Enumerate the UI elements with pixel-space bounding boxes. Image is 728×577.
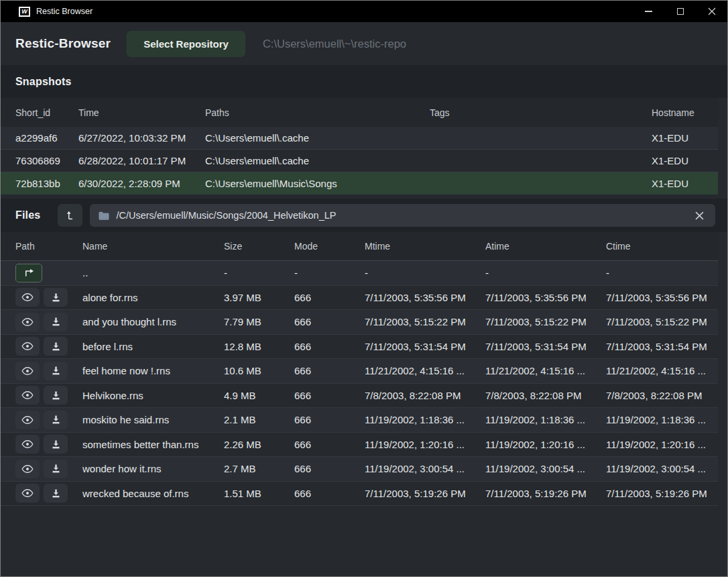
eye-icon [21, 366, 34, 376]
up-right-arrow-icon [23, 268, 34, 277]
file-mode: 666 [294, 365, 365, 376]
file-name: moskito he said.rns [82, 414, 224, 425]
file-ctime: 11/21/2002, 4:15:16 ... [606, 365, 718, 376]
current-path-input[interactable]: /C/Users/emuell/Music/Songs/2004_Helveti… [90, 204, 715, 227]
maximize-button[interactable] [664, 1, 696, 22]
file-row: moskito he said.rns 2.1 MB 666 11/19/200… [1, 408, 718, 433]
parent-dir-button[interactable] [15, 264, 42, 282]
download-icon [51, 342, 61, 352]
file-name: .. [82, 267, 224, 278]
eye-icon [21, 415, 34, 425]
download-icon [51, 464, 61, 474]
file-size: - [224, 267, 294, 278]
close-button[interactable] [696, 1, 727, 22]
file-name: wonder how it.rns [82, 463, 224, 474]
snapshots-title: Snapshots [15, 76, 72, 88]
file-name: and you thought l.rns [82, 316, 224, 327]
close-icon [708, 7, 716, 15]
file-row: wrecked because of.rns 1.51 MB 666 7/11/… [1, 482, 718, 507]
file-atime: 11/19/2002, 3:00:54 ... [485, 463, 606, 474]
file-name: wrecked because of.rns [82, 488, 224, 499]
download-file-button[interactable] [44, 435, 68, 454]
file-size: 12.8 MB [224, 341, 294, 352]
clear-path-button[interactable] [692, 208, 707, 223]
snapshot-short-id: 76306869 [15, 155, 78, 166]
parent-directory-row: .. - - - - - [1, 261, 718, 286]
column-header-paths: Paths [205, 107, 430, 118]
minimize-button[interactable] [633, 1, 664, 22]
download-file-button[interactable] [44, 288, 68, 307]
preview-file-button[interactable] [15, 337, 40, 356]
snapshot-time: 6/27/2022, 10:03:32 PM [78, 132, 205, 144]
app-header: Restic-Browser Select Repository C:\User… [1, 22, 727, 65]
file-size: 10.6 MB [224, 365, 294, 376]
preview-file-button[interactable] [15, 411, 40, 429]
column-header-path: Path [15, 241, 82, 252]
snapshot-hostname: X1-EDU [652, 155, 718, 166]
download-file-button[interactable] [44, 460, 68, 478]
file-row: and you thought l.rns 7.79 MB 666 7/11/2… [1, 310, 718, 335]
snapshot-short-id: 72b813bb [15, 178, 78, 189]
eye-icon [21, 293, 34, 302]
eye-icon [21, 488, 34, 498]
file-atime: 11/19/2002, 1:18:36 ... [485, 414, 606, 425]
snapshot-row[interactable]: 76306869 6/28/2022, 10:01:17 PM C:\Users… [1, 150, 718, 172]
file-atime: 7/11/2003, 5:31:54 PM [485, 341, 606, 352]
download-file-button[interactable] [44, 411, 68, 429]
download-file-button[interactable] [44, 313, 68, 331]
file-mode: 666 [294, 341, 365, 352]
preview-file-button[interactable] [15, 362, 40, 380]
snapshot-row[interactable]: 72b813bb 6/30/2022, 2:28:09 PM C:\Users\… [1, 172, 718, 195]
app-window: W Restic Browser Restic-Browser Select R… [0, 0, 728, 577]
level-up-button[interactable] [58, 204, 82, 227]
snapshot-row[interactable]: a2299af6 6/27/2022, 10:03:32 PM C:\Users… [1, 127, 718, 150]
files-section-header: Files /C/Users/emuell/Music/Songs/2004_H… [1, 199, 727, 232]
file-mode: - [294, 267, 365, 278]
preview-file-button[interactable] [15, 386, 40, 405]
page-title: Restic-Browser [15, 36, 111, 51]
file-mtime: 11/19/2002, 3:00:54 ... [365, 463, 485, 474]
file-ctime: 7/11/2003, 5:35:56 PM [606, 292, 718, 303]
file-name: sometimes better than.rns [82, 439, 224, 450]
download-icon [51, 366, 61, 376]
file-row: sometimes better than.rns 2.26 MB 666 11… [1, 433, 718, 458]
preview-file-button[interactable] [15, 288, 40, 307]
column-header-time: Time [78, 107, 205, 118]
file-size: 7.79 MB [224, 316, 294, 327]
file-name: alone for.rns [82, 292, 224, 303]
snapshot-paths: C:\Users\emuell\.cache [205, 132, 430, 144]
file-size: 3.97 MB [224, 292, 294, 303]
file-atime: 11/21/2002, 4:15:16 ... [485, 365, 606, 376]
column-header-atime: Atime [485, 241, 606, 252]
column-header-mtime: Mtime [365, 241, 485, 252]
column-header-size: Size [224, 241, 294, 252]
eye-icon [21, 464, 34, 474]
file-size: 2.1 MB [224, 414, 294, 425]
snapshot-hostname: X1-EDU [652, 132, 718, 144]
level-up-icon [66, 210, 75, 221]
eye-icon [21, 390, 34, 400]
preview-file-button[interactable] [15, 484, 40, 503]
preview-file-button[interactable] [15, 435, 40, 454]
repository-path: C:\Users\emuell\~\restic-repo [263, 38, 406, 50]
file-atime: 7/11/2003, 5:35:56 PM [485, 292, 606, 303]
select-repository-button[interactable]: Select Repository [127, 31, 245, 57]
download-file-button[interactable] [44, 337, 68, 356]
download-icon [51, 415, 61, 425]
file-mtime: 7/8/2003, 8:22:08 PM [365, 390, 485, 401]
eye-icon [21, 439, 34, 449]
download-file-button[interactable] [44, 484, 68, 503]
snapshot-time: 6/30/2022, 2:28:09 PM [78, 178, 205, 189]
preview-file-button[interactable] [15, 313, 40, 331]
snapshot-hostname: X1-EDU [652, 178, 718, 189]
file-ctime: 7/11/2003, 5:31:54 PM [606, 341, 718, 352]
file-row: before l.rns 12.8 MB 666 7/11/2003, 5:31… [1, 335, 718, 360]
snapshot-time: 6/28/2022, 10:01:17 PM [78, 155, 205, 166]
preview-file-button[interactable] [15, 460, 40, 478]
download-file-button[interactable] [44, 386, 68, 405]
files-table: Path Name Size Mode Mtime Atime Ctime ..… [1, 232, 727, 506]
file-ctime: 11/19/2002, 1:18:36 ... [606, 414, 718, 425]
download-file-button[interactable] [44, 362, 68, 380]
snapshot-short-id: a2299af6 [15, 132, 78, 144]
file-size: 2.26 MB [224, 439, 294, 450]
